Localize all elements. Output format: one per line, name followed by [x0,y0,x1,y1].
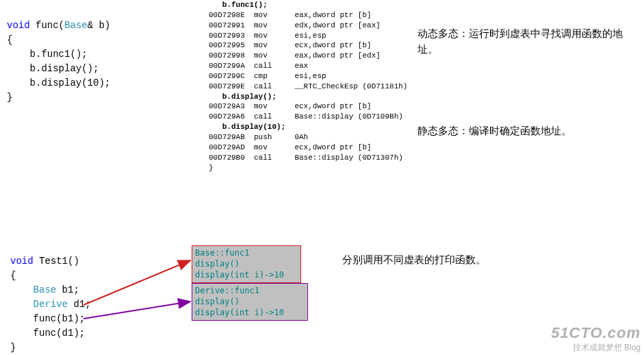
asm-line: 00D72993 mov esi,esp [209,31,407,41]
asm-line: 00D72998 mov eax,dword ptr [edx] [209,51,407,61]
asm-line: 00D729AD mov ecx,dword ptr [b] [209,143,407,153]
asm-line: 00D729B0 call Base::display (0D71307h) [209,153,407,163]
disassembly-block: b.func1();00D7298E mov eax,dword ptr [b]… [209,0,407,173]
annotation-vtable-call: 分别调用不同虚表的打印函数。 [342,252,548,268]
watermark-51cto: 51CTO.com 技术成就梦想 Blog [551,324,641,354]
annotation-static-polymorphism: 静态多态：编译时确定函数地址。 [417,123,636,139]
func-source-code: void func(Base& b) { b.func1(); b.displa… [7,4,110,119]
asm-line: 00D7299E call __RTC_CheckEsp (0D71181h) [209,82,407,92]
asm-line: b.func1(); [209,0,407,10]
asm-line: 00D7299C cmp esi,esp [209,71,407,82]
annotation-dynamic-polymorphism: 动态多态：运行时到虚表中寻找调用函数的地址。 [417,26,636,57]
asm-line: 00D729A6 call Base::display (0D7109Bh) [209,112,407,122]
asm-line: 00D72995 mov ecx,dword ptr [b] [209,40,407,51]
asm-line: b.display(10); [209,122,407,132]
asm-line: 00D729A3 mov ecx,dword ptr [b] [209,101,407,112]
asm-line: 00D72991 mov edx,dword ptr [eax] [209,21,407,31]
asm-line: b.display(); [209,92,407,102]
asm-line: } [209,163,407,173]
arrow-red [83,260,190,305]
asm-line: 00D729AB push 0Ah [209,132,407,143]
output-box-derive: Derive::func1 display() display(int i)->… [192,283,308,321]
arrow-purple [83,302,190,319]
asm-line: 00D7298E mov eax,dword ptr [b] [209,10,407,21]
test-source-code: void Test1() { Base b1; Derive d1; func(… [10,240,91,355]
asm-line: 00D7299A call eax [209,61,407,71]
output-box-base: Base::func1 display() display(int i)->10 [192,245,301,283]
